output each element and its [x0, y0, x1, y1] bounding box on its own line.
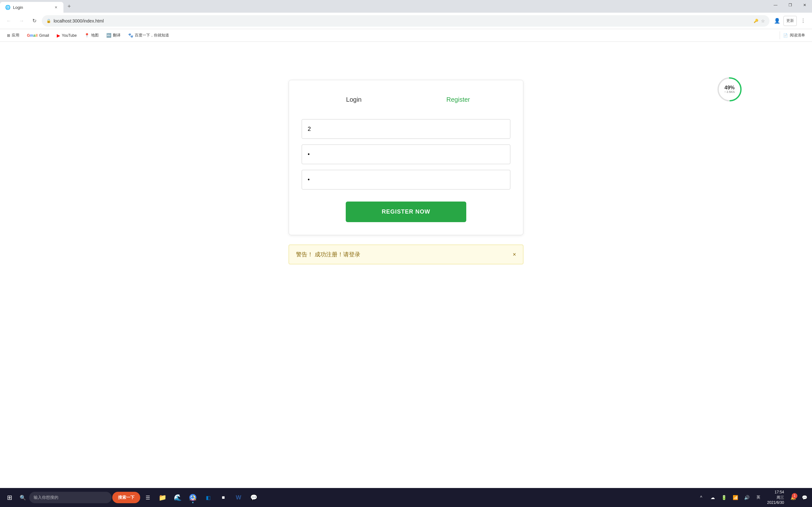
- taskbar-app-word[interactable]: W: [232, 491, 246, 504]
- menu-button[interactable]: ⋮: [798, 16, 808, 26]
- profile-button[interactable]: 👤: [772, 16, 782, 26]
- bookmark-apps[interactable]: ⊞ 应用: [4, 32, 22, 39]
- taskbar-app-vscode[interactable]: ◧: [201, 491, 215, 504]
- lock-icon: 🔒: [46, 19, 51, 23]
- start-button[interactable]: ⊞: [3, 491, 16, 504]
- taskbar-date-text: 周三: [767, 495, 784, 500]
- taskbar-full-date: 2021/6/30: [767, 500, 784, 505]
- taskbar-app-explorer[interactable]: 📁: [155, 491, 169, 504]
- refresh-button[interactable]: ↻: [29, 16, 39, 26]
- bookmark-gmail-label: Gmail: [39, 33, 49, 38]
- active-indicator: [192, 502, 194, 503]
- tab-favicon: 🌐: [5, 5, 10, 10]
- password-input[interactable]: [302, 145, 510, 164]
- ime-icon[interactable]: 英: [753, 493, 763, 503]
- battery-icon[interactable]: 🔋: [719, 493, 729, 503]
- address-actions: 👤 更新 ⋮: [772, 16, 808, 26]
- chat-icon[interactable]: 💬: [799, 493, 809, 503]
- bookmark-youtube-label: YouTube: [62, 33, 77, 38]
- tab-login[interactable]: Login: [302, 93, 406, 107]
- bookmark-youtube[interactable]: ▶ YouTube: [54, 32, 80, 39]
- bookmarks-bar: ⊞ 应用 Gmail Gmail ▶ YouTube 📍 地图 🔤 翻译 🐾 百…: [0, 29, 812, 42]
- task-view-button[interactable]: ☰: [141, 491, 155, 504]
- tab-register[interactable]: Register: [406, 93, 510, 107]
- speed-widget: 49% ↑ 2.5K/s: [717, 77, 742, 102]
- bookmark-translate[interactable]: 🔤 翻译: [103, 32, 124, 39]
- reading-list-icon: 📄: [783, 33, 788, 38]
- taskbar-search-box[interactable]: 输入你想搜的: [29, 492, 112, 503]
- url-bar[interactable]: 🔒 localhost:3000/index.html 🔑 ☆: [42, 15, 769, 26]
- bookmark-baidu[interactable]: 🐾 百度一下，你就知道: [125, 32, 172, 39]
- taskbar-tray: ^ ☁ 🔋 📶 🔊 英 17:54 周三 2021/6/30 🔔 1 💬: [696, 490, 809, 505]
- tab-close-button[interactable]: ✕: [53, 5, 58, 10]
- alert-close-button[interactable]: ×: [513, 251, 516, 258]
- confirm-password-input[interactable]: [302, 170, 510, 189]
- minimize-button[interactable]: —: [768, 0, 783, 10]
- taskbar-app-chrome[interactable]: [186, 491, 200, 504]
- apps-icon: ⊞: [7, 33, 10, 38]
- alert-text: 警告！ 成功注册！请登录: [296, 250, 360, 258]
- bookmark-maps-label: 地图: [91, 33, 99, 38]
- taskbar-time-text: 17:54: [767, 490, 784, 495]
- address-bar: ← → ↻ 🔒 localhost:3000/index.html 🔑 ☆ 👤 …: [0, 13, 812, 29]
- maps-icon: 📍: [84, 33, 90, 38]
- taskbar-clock[interactable]: 17:54 周三 2021/6/30: [765, 490, 786, 505]
- taskbar-app-terminal[interactable]: ■: [216, 491, 230, 504]
- register-now-button[interactable]: REGISTER NOW: [346, 202, 466, 222]
- taskbar-app-edge[interactable]: 🌊: [171, 491, 185, 504]
- form-tabs: Login Register: [302, 93, 510, 107]
- reading-list-label: 阅读清单: [790, 33, 805, 38]
- url-text: localhost:3000/index.html: [54, 18, 104, 23]
- baidu-icon: 🐾: [128, 33, 133, 38]
- restore-button[interactable]: ❐: [783, 0, 798, 10]
- close-button[interactable]: ✕: [798, 0, 812, 10]
- new-tab-button[interactable]: +: [65, 2, 73, 11]
- tab-title: Login: [13, 5, 23, 10]
- volume-icon[interactable]: 🔊: [742, 493, 752, 503]
- taskbar-pinned-apps: 📁 🌊 ◧ ■: [155, 491, 261, 504]
- translate-icon: 🔤: [106, 33, 111, 38]
- taskbar-app-wechat[interactable]: 💬: [247, 491, 261, 504]
- speed-value: ↑ 2.5K/s: [724, 91, 735, 94]
- bookmark-gmail[interactable]: Gmail Gmail: [24, 32, 52, 39]
- onedrive-icon[interactable]: ☁: [708, 493, 718, 503]
- back-button[interactable]: ←: [4, 16, 14, 26]
- username-input[interactable]: [302, 119, 510, 139]
- alert-box: 警告！ 成功注册！请登录 ×: [289, 245, 523, 264]
- bookmark-apps-label: 应用: [12, 33, 19, 38]
- taskbar-search-button[interactable]: 搜索一下: [112, 492, 140, 503]
- update-button[interactable]: 更新: [783, 16, 797, 26]
- wifi-icon[interactable]: 📶: [730, 493, 741, 503]
- bookmark-maps[interactable]: 📍 地图: [81, 32, 102, 39]
- taskbar: ⊞ 🔍 输入你想搜的 搜索一下 ☰ 📁 🌊: [0, 488, 812, 507]
- active-tab[interactable]: 🌐 Login ✕: [0, 2, 63, 13]
- page-content: 49% ↑ 2.5K/s Login Register REGISTER NOW…: [0, 42, 812, 488]
- show-hidden-icon[interactable]: ^: [696, 493, 706, 503]
- bookmark-baidu-label: 百度一下，你就知道: [135, 33, 169, 38]
- taskbar-search-icon[interactable]: 🔍: [17, 492, 29, 503]
- notification-badge: 1: [792, 493, 798, 499]
- gmail-icon: Gmail: [27, 33, 38, 38]
- reading-list-button[interactable]: 📄 阅读清单: [780, 32, 808, 39]
- youtube-icon: ▶: [57, 33, 60, 38]
- key-icon: 🔑: [754, 19, 758, 23]
- speed-percent: 49%: [724, 85, 735, 91]
- star-icon[interactable]: ☆: [761, 18, 765, 23]
- taskbar-search-text: 输入你想搜的: [34, 495, 58, 500]
- forward-button[interactable]: →: [16, 16, 27, 26]
- bookmark-translate-label: 翻译: [113, 33, 120, 38]
- form-container: Login Register REGISTER NOW: [289, 80, 523, 235]
